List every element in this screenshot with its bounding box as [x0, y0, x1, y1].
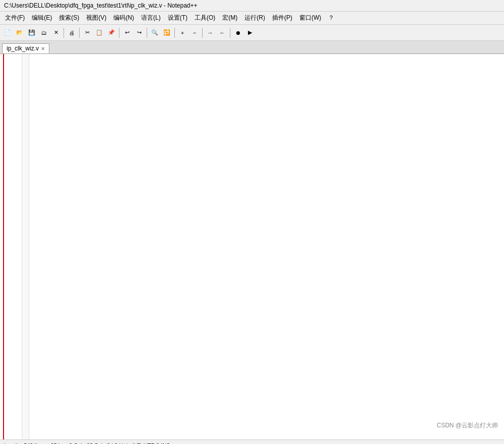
zoom-out-button[interactable]: −: [189, 27, 200, 38]
close-button[interactable]: ✕: [50, 27, 61, 38]
toolbar-sep-1: [64, 28, 64, 38]
toolbar-sep-4: [147, 28, 147, 38]
fold-area: [22, 54, 29, 439]
title-text: C:\Users\DELL\Desktop\dfq_fpga_test\test…: [4, 2, 198, 9]
menu-edit[interactable]: 编辑(E): [29, 13, 55, 23]
toolbar-sep-5: [174, 28, 175, 38]
indent-button[interactable]: →: [205, 27, 216, 38]
menu-search[interactable]: 搜索(S): [56, 13, 82, 23]
menu-tools[interactable]: 工具(O): [192, 13, 218, 23]
line-numbers: [4, 54, 22, 439]
replace-button[interactable]: 🔁: [161, 27, 172, 38]
tab-ip-clk-wiz[interactable]: ip_clk_wiz.v ✕: [2, 43, 49, 53]
paste-button[interactable]: 📌: [106, 27, 117, 38]
menu-macro[interactable]: 宏(M): [219, 13, 240, 23]
zoom-in-button[interactable]: +: [177, 27, 188, 38]
macro-button[interactable]: ⏺: [232, 27, 243, 38]
toolbar-sep-2: [79, 28, 80, 38]
title-bar: C:\Users\DELL\Desktop\dfq_fpga_test\test…: [0, 0, 504, 12]
toolbar-sep-6: [202, 28, 203, 38]
menu-plugins[interactable]: 插件(P): [269, 13, 295, 23]
run-macro-button[interactable]: ▶: [244, 27, 256, 38]
redo-button[interactable]: ↪: [134, 27, 145, 38]
tab-bar: ip_clk_wiz.v ✕: [0, 41, 504, 54]
menu-view[interactable]: 视图(V): [83, 13, 109, 23]
save-button[interactable]: 💾: [26, 27, 37, 38]
menu-file[interactable]: 文件(F): [2, 13, 28, 23]
copy-button[interactable]: 📋: [94, 27, 105, 38]
menu-help[interactable]: ？: [325, 13, 337, 23]
cut-button[interactable]: ✂: [82, 27, 93, 38]
find-button[interactable]: 🔍: [149, 27, 160, 38]
undo-button[interactable]: ↩: [121, 27, 133, 38]
toolbar-sep-7: [230, 28, 230, 38]
save-all-button[interactable]: 🗂: [38, 27, 49, 38]
print-button[interactable]: 🖨: [66, 27, 77, 38]
unindent-button[interactable]: ←: [217, 27, 228, 38]
open-button[interactable]: 📂: [14, 27, 25, 38]
menu-settings[interactable]: 设置(T): [165, 13, 191, 23]
menu-lang[interactable]: 语言(L): [138, 13, 164, 23]
new-button[interactable]: 📄: [2, 27, 13, 38]
menu-run[interactable]: 运行(R): [241, 13, 268, 23]
toolbar: 📄 📂 💾 🗂 ✕ 🖨 ✂ 📋 📌 ↩ ↪ 🔍 🔁 + − → ← ⏺ ▶: [0, 25, 504, 41]
tab-close-icon[interactable]: ✕: [41, 46, 45, 51]
code-area[interactable]: [29, 54, 504, 439]
status-bar: length : 542 lines : 35 Ln : 8 Col : 23 …: [0, 439, 504, 444]
toolbar-sep-3: [119, 28, 119, 38]
status-text: length : 542 lines : 35 Ln : 8 Col : 23 …: [4, 442, 170, 445]
left-margin: [0, 54, 4, 439]
tab-label: ip_clk_wiz.v: [7, 45, 39, 52]
menu-encode[interactable]: 编码(N): [110, 13, 137, 23]
watermark: CSDN @云影点灯大师: [436, 421, 498, 430]
editor-container: [0, 54, 504, 439]
menu-window[interactable]: 窗口(W): [296, 13, 324, 23]
menu-bar: 文件(F) 编辑(E) 搜索(S) 视图(V) 编码(N) 语言(L) 设置(T…: [0, 12, 504, 25]
